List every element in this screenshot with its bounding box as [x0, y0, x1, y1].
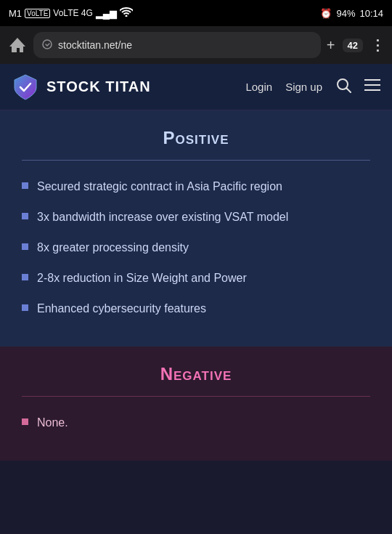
positive-bullet-list: Secured strategic contract in Asia Pacif…	[22, 178, 370, 317]
alarm-icon: ⏰	[320, 8, 332, 19]
browser-bar: stocktitan.net/ne + 42 ⋮	[0, 26, 392, 64]
nav-bar: STOCK TITAN Login Sign up	[0, 64, 392, 110]
time-display: 10:14	[359, 8, 383, 19]
list-item: 3x bandwidth increase over existing VSAT…	[22, 209, 370, 226]
signup-link[interactable]: Sign up	[285, 81, 322, 93]
tabs-count-button[interactable]: 42	[343, 39, 363, 52]
login-link[interactable]: Login	[245, 81, 272, 93]
svg-line-2	[347, 89, 351, 93]
status-left: M1 VoLTE VoLTE 4G ▂▄▆	[9, 7, 133, 19]
wifi-icon	[120, 7, 133, 19]
address-security-icon	[42, 39, 52, 52]
site-logo[interactable]: STOCK TITAN	[12, 73, 245, 101]
nav-links: Login Sign up	[245, 77, 380, 97]
status-bar: M1 VoLTE VoLTE 4G ▂▄▆ ⏰ 94% 10:14	[0, 0, 392, 26]
battery-text: 94%	[336, 8, 355, 19]
logo-icon	[12, 73, 39, 101]
negative-divider	[22, 396, 370, 397]
negative-section: Negative None.	[0, 347, 392, 461]
bullet-text: Enhanced cybersecurity features	[37, 300, 206, 317]
bullet-text: 3x bandwidth increase over existing VSAT…	[37, 209, 288, 226]
positive-section: Positive Secured strategic contract in A…	[0, 110, 392, 347]
list-item: 2-8x reduction in Size Weight and Power	[22, 270, 370, 287]
address-bar[interactable]: stocktitan.net/ne	[33, 32, 321, 58]
signal-icon: ▂▄▆	[96, 8, 117, 19]
search-icon[interactable]	[335, 77, 351, 97]
bullet-icon	[22, 243, 28, 250]
bullet-text: 8x greater processing density	[37, 239, 189, 256]
positive-section-title: Positive	[22, 128, 370, 148]
bullet-icon	[22, 213, 28, 219]
site-name: STOCK TITAN	[46, 78, 151, 95]
network-type: VoLTE 4G	[53, 8, 92, 18]
bullet-text: 2-8x reduction in Size Weight and Power	[37, 270, 247, 287]
bullet-text: None.	[37, 414, 68, 432]
volte-badge: VoLTE	[25, 9, 50, 18]
list-item: Secured strategic contract in Asia Pacif…	[22, 178, 370, 195]
carrier-text: M1	[9, 8, 22, 19]
list-item: None.	[22, 414, 370, 432]
svg-point-0	[43, 40, 52, 49]
bullet-icon	[22, 418, 28, 425]
bullet-text: Secured strategic contract in Asia Pacif…	[37, 178, 282, 195]
status-right: ⏰ 94% 10:14	[320, 8, 383, 19]
negative-section-title: Negative	[22, 364, 370, 384]
address-text: stocktitan.net/ne	[58, 39, 312, 51]
more-options-button[interactable]: ⋮	[370, 36, 385, 54]
bullet-icon	[22, 304, 28, 311]
negative-bullet-list: None.	[22, 414, 370, 432]
browser-home-button[interactable]	[7, 35, 28, 55]
browser-actions: + 42 ⋮	[327, 36, 385, 54]
new-tab-button[interactable]: +	[327, 37, 335, 54]
list-item: Enhanced cybersecurity features	[22, 300, 370, 317]
positive-divider	[22, 160, 370, 161]
hamburger-menu-icon[interactable]	[364, 78, 380, 95]
bullet-icon	[22, 182, 28, 189]
list-item: 8x greater processing density	[22, 239, 370, 256]
bullet-icon	[22, 274, 28, 280]
